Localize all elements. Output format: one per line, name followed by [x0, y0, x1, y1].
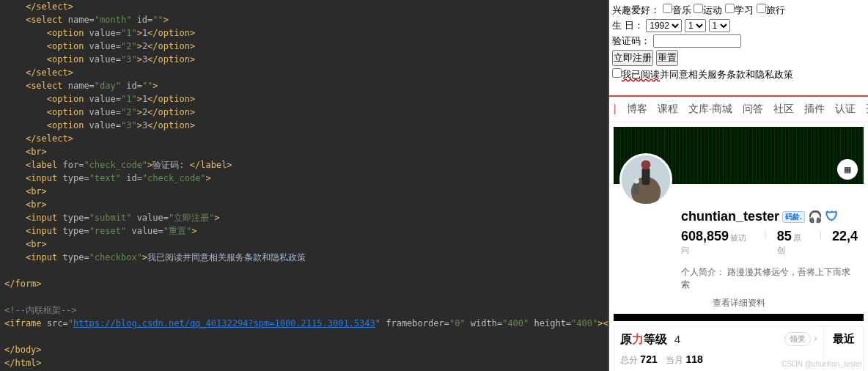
reset-button[interactable] — [656, 50, 678, 66]
stats-row: 608,859被访问 | 85原创 | 22,4 — [681, 229, 858, 256]
hobby-sport-checkbox[interactable] — [694, 4, 703, 13]
terms-checkbox[interactable] — [612, 68, 622, 78]
rendered-form: 兴趣爱好： 音乐 运动 学习 旅行 生 日： 1992 1 1 验证码： 我已阅… — [609, 0, 868, 89]
nav-plugin[interactable]: 插件 — [804, 103, 825, 116]
original-number: 85 — [777, 229, 792, 243]
profile-card: ▦ chuntian_tester 码龄. 🎧 🛡 608,859被访问 | 8… — [614, 127, 864, 309]
hobby-row: 兴趣爱好： 音乐 运动 学习 旅行 — [612, 4, 865, 17]
force-title: 原力等级 — [620, 333, 667, 345]
svg-point-5 — [634, 178, 639, 183]
view-detail-link[interactable]: 查看详细资料 — [614, 297, 864, 309]
day-select[interactable]: 1 — [709, 19, 730, 32]
month-select[interactable]: 1 — [685, 19, 706, 32]
terms-text-a: 我已阅读 — [622, 69, 660, 80]
nav-course[interactable]: 课程 — [658, 103, 678, 116]
rank-number: 22,4 — [832, 229, 858, 243]
nav-more[interactable]: 开 — [866, 103, 868, 116]
hobby-study-checkbox[interactable] — [725, 4, 735, 13]
captcha-label: 验证码： — [612, 35, 650, 46]
birthday-row: 生 日： 1992 1 1 — [612, 19, 865, 32]
cert-icon: 🛡 — [825, 209, 839, 224]
submit-button[interactable] — [612, 50, 653, 66]
svg-point-3 — [641, 160, 651, 169]
username-row: chuntian_tester 码龄. 🎧 🛡 — [681, 209, 858, 224]
black-strip — [614, 314, 864, 321]
avatar[interactable] — [619, 153, 672, 206]
year-select[interactable]: 1992 — [646, 19, 682, 32]
claim-button[interactable]: 领奖 — [784, 332, 811, 346]
bio-text: 个人简介： 路漫漫其修远兮，吾将上下而求索 — [614, 266, 864, 291]
chevron-right-icon[interactable]: › — [814, 332, 817, 344]
qr-icon[interactable]: ▦ — [837, 159, 858, 180]
month-score: 118 — [685, 353, 702, 365]
tag: </select> — [26, 1, 73, 12]
iframe-src-link[interactable]: https://blog.csdn.net/qq_40132294?spm=10… — [73, 318, 375, 328]
birthday-label: 生 日： — [612, 20, 644, 31]
preview-pane: 兴趣爱好： 音乐 运动 学习 旅行 生 日： 1992 1 1 验证码： 我已阅… — [608, 0, 868, 371]
username[interactable]: chuntian_tester — [681, 209, 779, 224]
code-editor[interactable]: </select> <select name="month" id=""> <o… — [0, 0, 608, 371]
age-badge: 码龄. — [782, 211, 805, 223]
watermark: CSDN @chuntian_tester — [781, 360, 862, 368]
nav-community[interactable]: 社区 — [773, 103, 794, 116]
csdn-nav: | 博客 课程 文库·商城 问答 社区 插件 认证 开 — [609, 97, 868, 122]
total-score: 721 — [640, 353, 657, 365]
terms-text-b: 并同意相关服务条款和隐私政策 — [660, 69, 793, 80]
visits-number: 608,859 — [681, 229, 729, 243]
nav-qa[interactable]: 问答 — [743, 103, 763, 116]
headset-icon[interactable]: 🎧 — [808, 210, 823, 224]
force-level: 4 — [674, 333, 680, 345]
hobby-label: 兴趣爱好： — [612, 4, 660, 15]
captcha-input[interactable] — [653, 34, 741, 48]
comment: <!--内联框架--> — [4, 305, 77, 315]
nav-wenku[interactable]: 文库·商城 — [688, 103, 732, 116]
captcha-row: 验证码： — [612, 34, 865, 48]
svg-rect-2 — [642, 168, 650, 186]
hobby-travel-checkbox[interactable] — [757, 4, 766, 13]
svg-rect-4 — [634, 183, 639, 194]
nav-cert[interactable]: 认证 — [835, 103, 856, 116]
hobby-music-checkbox[interactable] — [663, 4, 672, 13]
nav-blog[interactable]: 博客 — [627, 103, 647, 116]
